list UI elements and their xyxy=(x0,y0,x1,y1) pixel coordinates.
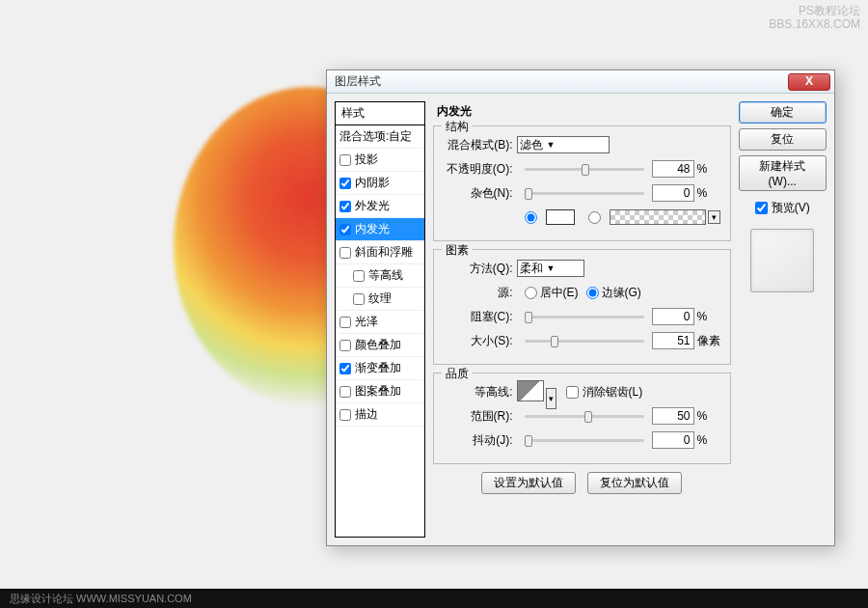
size-slider[interactable] xyxy=(525,340,644,343)
group-elements: 图素 方法(Q): 柔和▼ 源: 居中(E) 边缘(G) 阻塞(C): xyxy=(433,249,731,365)
watermark-bottom: 思缘设计论坛 WWW.MISSYUAN.COM xyxy=(0,589,868,608)
opacity-label: 不透明度(O): xyxy=(444,161,517,178)
watermark-line1: PS教程论坛 xyxy=(769,4,860,17)
source-edge-radio[interactable] xyxy=(586,287,599,299)
noise-input[interactable]: 0 xyxy=(652,184,694,202)
range-label: 范围(R): xyxy=(444,408,517,425)
titlebar[interactable]: 图层样式 X xyxy=(327,70,834,94)
style-row[interactable]: 投影 xyxy=(336,149,424,172)
style-checkbox[interactable] xyxy=(339,317,351,328)
chevron-down-icon: ▾ xyxy=(546,388,556,409)
style-row[interactable]: 等高线 xyxy=(336,264,424,288)
choke-label: 阻塞(C): xyxy=(444,309,517,325)
dialog-body: 样式 混合选项:自定投影内阴影外发光内发光斜面和浮雕等高线纹理光泽颜色叠加渐变叠… xyxy=(327,94,834,545)
style-label: 纹理 xyxy=(368,290,392,307)
color-radio-solid[interactable] xyxy=(525,211,537,224)
layer-style-dialog: 图层样式 X 样式 混合选项:自定投影内阴影外发光内发光斜面和浮雕等高线纹理光泽… xyxy=(326,69,835,546)
panel-title: 内发光 xyxy=(437,103,731,120)
new-style-button[interactable]: 新建样式(W)... xyxy=(739,155,827,191)
blend-mode-label: 混合模式(B): xyxy=(444,137,517,153)
style-label: 等高线 xyxy=(368,267,403,284)
style-row[interactable]: 斜面和浮雕 xyxy=(336,241,424,264)
opacity-slider[interactable] xyxy=(525,168,644,171)
group-structure: 结构 混合模式(B): 滤色▼ 不透明度(O): 48 % 杂色(N): 0 xyxy=(433,125,731,241)
jitter-label: 抖动(J): xyxy=(444,432,517,449)
style-checkbox[interactable] xyxy=(339,201,351,212)
style-checkbox[interactable] xyxy=(353,270,365,282)
color-radio-gradient[interactable] xyxy=(588,211,601,224)
style-checkbox[interactable] xyxy=(339,224,351,235)
style-label: 混合选项:自定 xyxy=(339,128,412,145)
style-checkbox[interactable] xyxy=(339,247,351,259)
chevron-down-icon: ▼ xyxy=(547,263,556,273)
watermark-top: PS教程论坛 BBS.16XX8.COM xyxy=(769,4,860,32)
chevron-down-icon: ▼ xyxy=(547,140,556,150)
style-row[interactable]: 内发光 xyxy=(336,218,424,241)
style-label: 外发光 xyxy=(355,198,390,214)
style-checkbox[interactable] xyxy=(353,293,365,305)
legend-elements: 图素 xyxy=(442,242,473,259)
style-label: 图案叠加 xyxy=(355,383,401,400)
legend-structure: 结构 xyxy=(442,119,473,135)
preview-checkbox[interactable] xyxy=(755,202,768,214)
styles-header: 样式 xyxy=(336,102,424,125)
center-panel: 内发光 结构 混合模式(B): 滤色▼ 不透明度(O): 48 % 杂色(N): xyxy=(433,101,731,538)
style-row[interactable]: 图案叠加 xyxy=(336,380,424,403)
unit-px: 像素 xyxy=(697,333,720,349)
source-center-label: 居中(E) xyxy=(540,285,579,301)
close-icon: X xyxy=(805,74,813,88)
preview-thumbnail xyxy=(750,229,814,292)
style-row[interactable]: 描边 xyxy=(336,403,424,427)
style-label: 描边 xyxy=(355,406,378,423)
blend-mode-select[interactable]: 滤色▼ xyxy=(517,136,610,153)
preview-label: 预览(V) xyxy=(772,200,810,216)
style-label: 光泽 xyxy=(355,314,378,330)
opacity-input[interactable]: 48 xyxy=(652,160,694,178)
style-checkbox[interactable] xyxy=(339,178,351,189)
style-row[interactable]: 外发光 xyxy=(336,195,424,218)
reset-default-button[interactable]: 复位为默认值 xyxy=(587,472,682,494)
noise-slider[interactable] xyxy=(525,192,644,195)
style-checkbox[interactable] xyxy=(339,340,351,351)
technique-select[interactable]: 柔和▼ xyxy=(517,260,584,277)
style-checkbox[interactable] xyxy=(339,363,351,374)
style-label: 内发光 xyxy=(355,221,390,237)
group-quality: 品质 等高线: ▾ 消除锯齿(L) 范围(R): 50 % xyxy=(433,373,731,464)
color-swatch[interactable] xyxy=(546,209,575,225)
contour-picker[interactable]: ▾ xyxy=(517,380,556,404)
style-checkbox[interactable] xyxy=(339,386,351,398)
noise-label: 杂色(N): xyxy=(444,185,517,202)
set-default-button[interactable]: 设置为默认值 xyxy=(481,472,576,494)
technique-label: 方法(Q): xyxy=(444,261,517,277)
gradient-swatch[interactable] xyxy=(610,209,706,225)
contour-label: 等高线: xyxy=(444,384,517,401)
ok-button[interactable]: 确定 xyxy=(739,101,827,124)
jitter-slider[interactable] xyxy=(525,439,644,442)
jitter-input[interactable]: 0 xyxy=(652,431,694,449)
style-row[interactable]: 光泽 xyxy=(336,311,424,334)
source-center-radio[interactable] xyxy=(525,287,537,299)
style-row[interactable]: 纹理 xyxy=(336,288,424,311)
choke-slider[interactable] xyxy=(525,316,644,318)
cancel-button[interactable]: 复位 xyxy=(739,128,827,151)
style-checkbox[interactable] xyxy=(339,409,351,421)
dialog-title: 图层样式 xyxy=(335,73,788,90)
antialias-checkbox[interactable] xyxy=(566,386,579,399)
range-slider[interactable] xyxy=(525,415,644,418)
size-input[interactable]: 51 xyxy=(652,332,694,349)
style-row[interactable]: 内阴影 xyxy=(336,172,424,195)
source-label: 源: xyxy=(444,285,517,301)
style-checkbox[interactable] xyxy=(339,154,351,166)
style-label: 渐变叠加 xyxy=(355,360,401,376)
antialias-label: 消除锯齿(L) xyxy=(583,384,643,401)
close-button[interactable]: X xyxy=(788,73,830,91)
style-row[interactable]: 颜色叠加 xyxy=(336,334,424,357)
watermark-line2: BBS.16XX8.COM xyxy=(769,17,860,31)
style-row[interactable]: 混合选项:自定 xyxy=(336,125,424,149)
choke-input[interactable]: 0 xyxy=(652,308,694,325)
range-input[interactable]: 50 xyxy=(652,407,694,425)
style-row[interactable]: 渐变叠加 xyxy=(336,357,424,380)
style-label: 内阴影 xyxy=(355,175,390,191)
style-label: 颜色叠加 xyxy=(355,337,401,353)
gradient-dropdown-icon[interactable]: ▾ xyxy=(708,210,720,224)
